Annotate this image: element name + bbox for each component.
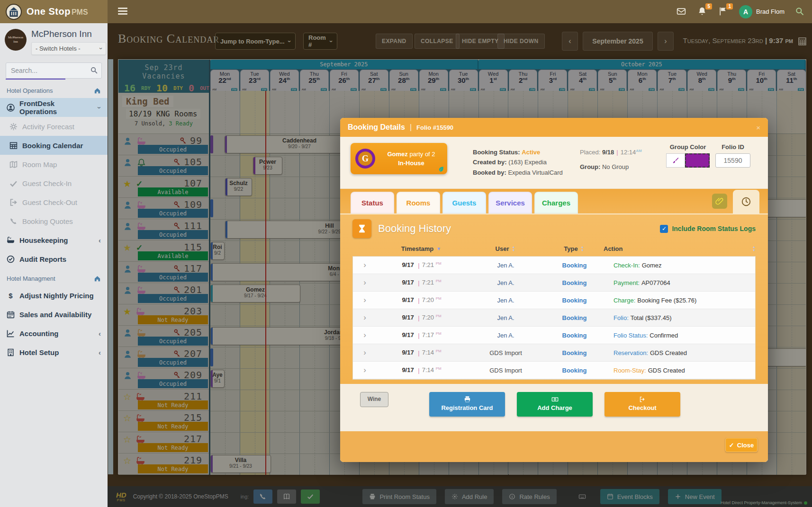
- row-expander-icon[interactable]: ›: [353, 313, 377, 322]
- eco-leaf-icon: [438, 166, 444, 172]
- sidebar-item-sales-and-availability[interactable]: Sales and Availability: [0, 305, 108, 324]
- sidebar-item-audit-reports[interactable]: Audit Reports: [0, 249, 108, 268]
- app-logo-icon: [6, 4, 22, 20]
- close-button[interactable]: ✓ Close: [725, 438, 758, 452]
- stray-booking-bar[interactable]: Wine: [360, 392, 388, 407]
- phone-icon: [9, 217, 18, 225]
- search-input[interactable]: [6, 62, 102, 79]
- row-expander-icon[interactable]: ›: [353, 295, 377, 305]
- row-expander-icon[interactable]: ›: [353, 330, 377, 340]
- col-type[interactable]: Type▲▼: [544, 245, 604, 252]
- notifications-bell-icon[interactable]: 5: [697, 7, 708, 17]
- row-user: Jen A.: [467, 279, 545, 286]
- row-timestamp: 9/17 |7:20 PM: [377, 296, 467, 303]
- flags-icon[interactable]: 1: [718, 7, 729, 17]
- row-timestamp: 9/17 |7:20 PM: [377, 314, 467, 321]
- col-timestamp[interactable]: Timestamp▼: [376, 245, 466, 252]
- sidebar-item-guest-check-in[interactable]: Guest Check-In: [0, 174, 108, 193]
- svg-text:$: $: [9, 292, 13, 299]
- sidebar-item-label: Adjust Nightly Pricing: [19, 292, 101, 300]
- history-row[interactable]: ›9/17 |7:17 PMJen A.BookingFolio Status:…: [353, 327, 755, 344]
- chart-icon: [7, 329, 15, 338]
- history-title: Booking History: [378, 222, 451, 235]
- check-icon: ✓: [729, 442, 734, 449]
- home-icon[interactable]: [94, 275, 101, 282]
- tab-status[interactable]: Status: [351, 192, 394, 213]
- checkout-button[interactable]: Checkout: [604, 392, 680, 417]
- search-icon[interactable]: [90, 66, 98, 74]
- top-bar: One StopPMS 5 1 A Brad Flom: [0, 0, 812, 23]
- brand-name: One Stop: [27, 6, 71, 17]
- bell-badge: 5: [705, 3, 712, 9]
- row-timestamp: 9/17 |7:14 PM: [377, 366, 467, 374]
- app-root: One StopPMS 5 1 A Brad Flom: [0, 0, 812, 507]
- sidebar-item-booking-calendar[interactable]: Booking Calendar: [0, 136, 108, 155]
- home-icon[interactable]: [94, 87, 101, 94]
- tab-history-clock-icon[interactable]: [733, 190, 759, 213]
- sidebar-item-room-map[interactable]: Room Map: [0, 155, 108, 174]
- modal-action-buttons: Registration Card Add Charge Checkout: [340, 384, 768, 431]
- modal-tab-strip: Status Rooms Guests Services Charges: [340, 189, 768, 213]
- user-menu[interactable]: A Brad Flom: [739, 5, 785, 18]
- placed-date: 9/18: [602, 149, 614, 156]
- sidebar-item-label: Booking Calendar: [22, 142, 101, 150]
- placed-label: Placed:: [580, 149, 600, 156]
- sidebar-item-activity-forecast[interactable]: Activity Forecast: [0, 117, 108, 136]
- attachments-paperclip-icon[interactable]: [712, 194, 727, 209]
- tab-guests[interactable]: Guests: [442, 192, 486, 213]
- sidebar-nav-management: $Adjust Nightly PricingSales and Availab…: [0, 286, 108, 362]
- flag-badge: 1: [726, 3, 733, 9]
- chevron-left-icon: ‹: [99, 348, 101, 356]
- sidebar-item-hotel-setup[interactable]: Hotel Setup‹: [0, 343, 108, 362]
- sidebar-item-booking-quotes[interactable]: Booking Quotes: [0, 212, 108, 231]
- modal-close-icon[interactable]: ×: [756, 124, 760, 132]
- modal-footer: ✓ Close: [340, 431, 768, 462]
- tab-rooms[interactable]: Rooms: [397, 192, 440, 213]
- row-expander-icon[interactable]: ›: [353, 260, 377, 270]
- folio-id-label: Folio ID: [715, 143, 750, 151]
- registration-card-button[interactable]: Registration Card: [429, 392, 505, 417]
- history-row[interactable]: ›9/17 |7:20 PMJen A.BookingCharge:Bookin…: [353, 292, 755, 309]
- include-room-status-label: Include Room Status Logs: [672, 225, 756, 232]
- history-row[interactable]: ›9/17 |7:20 PMJen A.BookingFolio:Total (…: [353, 309, 755, 327]
- folio-id-input[interactable]: [715, 153, 750, 168]
- sidebar-item-label: Accounting: [19, 329, 94, 338]
- sidebar-item-frontdesk-operations[interactable]: FrontDesk Operations›: [0, 98, 108, 117]
- switch-hotels-select[interactable]: - Switch Hotels - ›: [31, 42, 106, 55]
- sort-icon: ▲▼: [581, 245, 584, 252]
- row-expander-icon[interactable]: ›: [353, 348, 377, 357]
- col-action[interactable]: Action▲▼: [604, 245, 756, 252]
- col-user[interactable]: User▲▼: [466, 245, 544, 252]
- booked-by-value: Expedia VirtualCard: [508, 169, 562, 176]
- check-circle-icon: [7, 255, 15, 263]
- messages-icon[interactable]: [677, 7, 687, 17]
- sidebar-item-guest-check-out[interactable]: Guest Check-Out: [0, 193, 108, 212]
- history-row[interactable]: ›9/17 |7:21 PMJen A.BookingCheck-In:Gome…: [353, 257, 755, 274]
- row-expander-icon[interactable]: ›: [353, 365, 377, 375]
- guest-name: Gomez: [387, 151, 407, 158]
- booking-info-section: G Gomez party of 2 In-House Booking Stat…: [340, 137, 768, 189]
- global-search-icon[interactable]: [795, 7, 805, 17]
- history-row[interactable]: ›9/17 |7:14 PMGDS ImportBookingRoom-Stay…: [353, 362, 755, 379]
- hotel-name: McPherson Inn: [31, 29, 106, 39]
- chevron-left-icon: ‹: [99, 329, 101, 338]
- hamburger-menu-icon[interactable]: [118, 8, 127, 15]
- row-expander-icon[interactable]: ›: [353, 278, 377, 287]
- tab-charges[interactable]: Charges: [534, 192, 578, 213]
- group-color-swatch[interactable]: [685, 153, 710, 168]
- group-value: No Group: [602, 163, 629, 170]
- sidebar-item-housekeeping[interactable]: Housekeeping‹: [0, 231, 108, 249]
- guest-card[interactable]: G Gomez party of 2 In-House: [351, 143, 447, 174]
- sidebar-item-adjust-nightly-pricing[interactable]: $Adjust Nightly Pricing: [0, 286, 108, 305]
- hotel-block: McPhersonInn McPherson Inn - Switch Hote…: [0, 23, 108, 58]
- include-room-status-checkbox[interactable]: ✓: [660, 225, 668, 233]
- add-charge-button[interactable]: Add Charge: [517, 392, 593, 417]
- sidebar-item-accounting[interactable]: Accounting‹: [0, 324, 108, 343]
- row-user: GDS Import: [467, 367, 545, 374]
- tab-services[interactable]: Services: [488, 192, 532, 213]
- color-brush-icon[interactable]: [666, 153, 685, 168]
- history-table-header: Timestamp▼ User▲▼ Type▲▼ Action▲▼: [352, 241, 756, 256]
- history-row[interactable]: ›9/17 |7:21 PMJen A.BookingPayment:AP077…: [353, 274, 755, 292]
- user-circle-icon: [7, 104, 15, 112]
- history-row[interactable]: ›9/17 |7:14 PMGDS ImportBookingReservati…: [353, 344, 755, 362]
